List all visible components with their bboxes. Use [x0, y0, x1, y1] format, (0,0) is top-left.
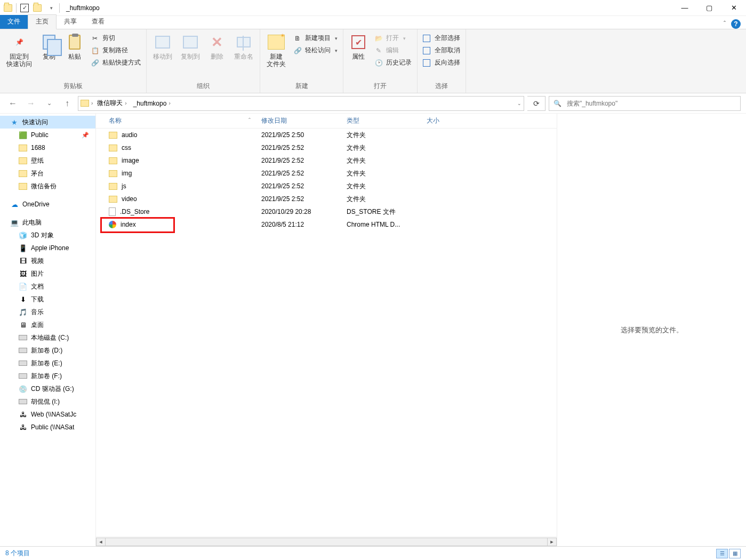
- col-name[interactable]: 名称ˆ: [96, 116, 256, 125]
- view-icons-button[interactable]: ▦: [729, 549, 741, 558]
- copy-path-button[interactable]: 📋复制路径: [89, 45, 143, 56]
- collapse-ribbon-icon[interactable]: ˆ: [724, 20, 726, 28]
- select-all-button[interactable]: 全部选择: [421, 33, 462, 44]
- nav-quick-access[interactable]: ★快速访问: [0, 116, 95, 129]
- addr-dropdown-icon[interactable]: ⌄: [517, 101, 522, 106]
- file-row[interactable]: image2021/9/25 2:52文件夹: [96, 154, 557, 167]
- file-row[interactable]: img2021/9/25 2:52文件夹: [96, 167, 557, 180]
- nav-pc-item[interactable]: 新加卷 (F:): [0, 370, 95, 382]
- file-row[interactable]: css2021/9/25 2:52文件夹: [96, 141, 557, 154]
- nav-item-icon: 🧊: [18, 230, 28, 240]
- search-box[interactable]: 🔍: [549, 96, 741, 111]
- copy-to-button[interactable]: 复制到: [178, 31, 203, 62]
- pasteshort-icon: 🔗: [91, 59, 99, 67]
- edit-button[interactable]: ✎编辑: [372, 45, 414, 56]
- crumb-1[interactable]: _huftmkopo›: [131, 100, 173, 107]
- tab-share[interactable]: 共享: [57, 15, 84, 29]
- scroll-left-button[interactable]: ◄: [96, 538, 106, 546]
- scroll-track[interactable]: [106, 538, 547, 546]
- nav-pc-item[interactable]: 🖧Web (\\NASatJc: [0, 408, 95, 421]
- nav-pc-item[interactable]: 新加卷 (E:): [0, 357, 95, 370]
- nav-quick-item[interactable]: 茅台: [0, 167, 95, 180]
- nav-quick-item[interactable]: 1688: [0, 141, 95, 154]
- cut-button[interactable]: ✂剪切: [89, 33, 143, 44]
- crumb-0[interactable]: 微信聊天›: [95, 99, 129, 108]
- paste-button[interactable]: 粘贴: [63, 31, 86, 62]
- properties-button[interactable]: 属性: [347, 31, 370, 62]
- copyto-icon: [182, 34, 199, 51]
- col-size[interactable]: 大小: [421, 116, 557, 125]
- newitem-icon: 🗎: [293, 34, 302, 43]
- nav-quick-item[interactable]: 微信备份: [0, 180, 95, 193]
- file-row[interactable]: audio2021/9/25 2:50文件夹: [96, 129, 557, 141]
- horizontal-scrollbar[interactable]: ◄ ►: [96, 537, 557, 546]
- nav-pc-item[interactable]: 🧊3D 对象: [0, 229, 95, 242]
- nav-pc-item[interactable]: 🖥桌面: [0, 318, 95, 331]
- qat-dropdown-icon[interactable]: ▾: [46, 3, 56, 13]
- paste-icon: [66, 34, 83, 51]
- nav-quick-item[interactable]: 壁纸: [0, 154, 95, 167]
- pin-quickaccess-button[interactable]: 📌 固定到 快速访问: [3, 31, 35, 70]
- refresh-button[interactable]: ⟳: [527, 96, 546, 111]
- close-button[interactable]: ✕: [721, 0, 746, 16]
- file-row[interactable]: js2021/9/25 2:52文件夹: [96, 180, 557, 193]
- nav-pc-item[interactable]: ⬇下载: [0, 293, 95, 306]
- view-details-button[interactable]: ☰: [716, 549, 728, 558]
- addr-folder-icon: [81, 100, 89, 107]
- nav-pc-item[interactable]: 🎵音乐: [0, 306, 95, 318]
- easy-access-button[interactable]: 🔗轻松访问▾: [291, 45, 340, 56]
- file-row[interactable]: .DS_Store2020/10/29 20:28DS_STORE 文件: [96, 205, 557, 218]
- col-date[interactable]: 修改日期: [256, 116, 341, 125]
- open-button[interactable]: 📂打开▾: [372, 33, 414, 44]
- minimize-button[interactable]: —: [672, 0, 697, 16]
- nav-pc-item[interactable]: 📄文档: [0, 280, 95, 293]
- back-button[interactable]: ←: [5, 96, 20, 111]
- scroll-right-button[interactable]: ►: [547, 538, 557, 546]
- file-row[interactable]: video2021/9/25 2:52文件夹: [96, 193, 557, 205]
- maximize-button[interactable]: ▢: [697, 0, 721, 16]
- nav-onedrive[interactable]: ☁OneDrive: [0, 198, 95, 211]
- tab-file[interactable]: 文件: [0, 15, 28, 29]
- forward-button[interactable]: →: [23, 96, 38, 111]
- folder-icon: [109, 196, 117, 203]
- move-to-button[interactable]: 移动到: [150, 31, 175, 62]
- file-row[interactable]: index2020/8/5 21:12Chrome HTML D...: [96, 218, 557, 231]
- properties-icon: [350, 34, 367, 51]
- nav-pc-item[interactable]: 📱Apple iPhone: [0, 242, 95, 254]
- recent-dropdown[interactable]: ⌄: [42, 96, 57, 111]
- select-invert-button[interactable]: 反向选择: [421, 57, 462, 68]
- nav-pc-item[interactable]: 本地磁盘 (C:): [0, 331, 95, 344]
- nav-item-icon: [18, 156, 28, 165]
- copy-button[interactable]: 复制: [37, 31, 61, 62]
- history-button[interactable]: 🕑历史记录: [372, 57, 414, 68]
- new-folder-button[interactable]: 新建 文件夹: [263, 31, 289, 70]
- delete-button[interactable]: ✕删除: [205, 31, 229, 62]
- nav-pc-item[interactable]: 胡侃侃 (I:): [0, 395, 95, 408]
- file-rows[interactable]: audio2021/9/25 2:50文件夹css2021/9/25 2:52文…: [96, 129, 557, 537]
- new-item-button[interactable]: 🗎新建项目▾: [291, 33, 340, 44]
- nav-pc-item[interactable]: 💿CD 驱动器 (G:): [0, 382, 95, 395]
- address-bar[interactable]: › 微信聊天› _huftmkopo› ⌄: [78, 96, 524, 111]
- up-button[interactable]: ↑: [60, 96, 75, 111]
- file-list-pane: 名称ˆ 修改日期 类型 大小 audio2021/9/25 2:50文件夹css…: [96, 114, 557, 546]
- nav-pc-item[interactable]: 🖼图片: [0, 267, 95, 280]
- qat-folder-icon[interactable]: [33, 3, 42, 13]
- select-none-button[interactable]: 全部取消: [421, 45, 462, 56]
- nav-pc-item[interactable]: 🎞视频: [0, 254, 95, 267]
- nav-quick-item[interactable]: 🟩Public📌: [0, 129, 95, 141]
- open-icon: 📂: [374, 34, 383, 43]
- tab-view[interactable]: 查看: [84, 15, 112, 29]
- nav-pc-item[interactable]: 🖧Public (\\NASat: [0, 421, 95, 434]
- help-icon[interactable]: ?: [731, 19, 741, 29]
- status-text: 8 个项目: [5, 549, 30, 558]
- col-type[interactable]: 类型: [341, 116, 421, 125]
- paste-shortcut-button[interactable]: 🔗粘贴快捷方式: [89, 57, 143, 68]
- nav-this-pc[interactable]: 💻此电脑: [0, 216, 95, 229]
- rename-button[interactable]: 重命名: [231, 31, 256, 62]
- tab-home[interactable]: 主页: [28, 14, 57, 29]
- search-input[interactable]: [566, 99, 736, 108]
- qat-check-icon[interactable]: ✓: [20, 3, 29, 13]
- nav-pc-item[interactable]: 新加卷 (D:): [0, 344, 95, 357]
- status-bar: 8 个项目 ☰ ▦: [0, 546, 746, 560]
- navigation-pane[interactable]: ★快速访问 🟩Public📌1688壁纸茅台微信备份 ☁OneDrive 💻此电…: [0, 114, 96, 546]
